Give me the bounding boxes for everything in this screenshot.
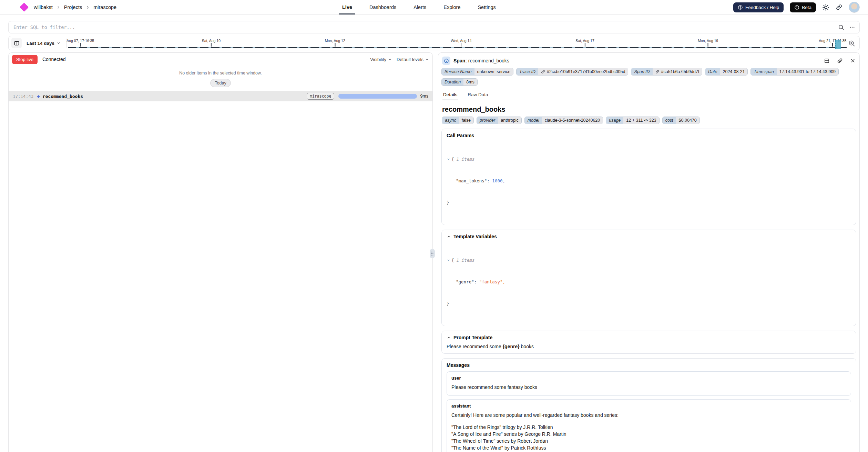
service-name-badge: Service Nameunknown_service xyxy=(441,68,513,76)
timeline-selection-brush[interactable] xyxy=(835,40,841,49)
link-icon xyxy=(655,70,660,74)
brand-logo-icon[interactable] xyxy=(20,3,29,12)
template-variables-json: {1 items "genre": "fantasy", } xyxy=(447,242,851,322)
messages-card: Messages user Please recommend some fant… xyxy=(441,358,856,452)
visibility-dropdown[interactable]: Visibility xyxy=(370,57,392,62)
panel-resize-handle[interactable] xyxy=(430,249,435,258)
zoom-in-icon[interactable] xyxy=(847,40,857,47)
share-link-icon[interactable] xyxy=(836,4,843,11)
call-params-card: Call Params {1 items "max_tokens": 1000,… xyxy=(441,129,856,225)
timeline-tick: Wed, Aug 14 xyxy=(451,39,471,47)
empty-window-message: No older items in the selected time wind… xyxy=(9,71,432,76)
user-message: user Please recommend some fantasy books xyxy=(447,371,851,396)
sql-filter-input[interactable] xyxy=(13,24,833,30)
assistant-message: assistant Certainly! Here are some popul… xyxy=(447,399,851,452)
span-list-item[interactable]: 17:14:43 ◆ recommend_books mirascope 9ms xyxy=(9,91,432,101)
info-circle-icon xyxy=(794,5,799,10)
breadcrumb-org[interactable]: willbakst xyxy=(34,4,53,10)
panel-layout-icon[interactable] xyxy=(824,58,830,64)
tab-dashboards[interactable]: Dashboards xyxy=(368,0,397,14)
function-title: recommend_books xyxy=(442,106,856,113)
detail-tabs: Details Raw Data xyxy=(441,90,856,100)
timeline-tick: Mon, Aug 12 xyxy=(325,39,345,47)
span-time: 17:14:43 xyxy=(13,94,33,99)
breadcrumb: willbakst Projects mirascope xyxy=(8,3,116,11)
chevron-up-icon[interactable] xyxy=(447,335,451,340)
tab-details[interactable]: Details xyxy=(442,90,458,100)
breadcrumb-projects[interactable]: Projects xyxy=(64,4,82,10)
template-variables-card: Template Variables {1 items "genre": "fa… xyxy=(441,230,856,326)
duration-bar xyxy=(338,94,417,99)
top-nav: willbakst Projects mirascope Live Dashbo… xyxy=(0,0,868,15)
assistant-intro: Certainly! Here are some popular and wel… xyxy=(451,412,846,419)
more-options-icon[interactable] xyxy=(849,24,855,30)
theme-toggle-icon[interactable] xyxy=(822,4,829,11)
timeline-dashed-line xyxy=(68,47,847,48)
chevron-down-icon xyxy=(425,58,429,61)
provider-badge: provideranthropic xyxy=(477,117,522,124)
book-line: "A Song of Ice and Fire" series by Georg… xyxy=(451,431,846,438)
timeline-tick: Mon, Aug 19 xyxy=(698,39,718,47)
trace-id-badge[interactable]: Trace ID #2ccbe10b91e371741b00eee2bdbc00… xyxy=(516,68,628,76)
feedback-help-button[interactable]: Feedback / Help xyxy=(733,2,784,12)
timeline-strip[interactable]: Aug 07, 17:16:35 Sat, Aug 10 Mon, Aug 12… xyxy=(68,36,847,50)
tab-alerts[interactable]: Alerts xyxy=(412,0,427,14)
call-params-json: {1 items "max_tokens": 1000, } xyxy=(447,141,851,221)
prompt-template-text: Please recommend some {genre} books xyxy=(447,344,851,349)
date-badge: Date2024-08-21 xyxy=(705,68,748,76)
today-badge[interactable]: Today xyxy=(210,79,231,87)
tab-explore[interactable]: Explore xyxy=(442,0,461,14)
nav-actions: Feedback / Help Beta xyxy=(733,2,860,13)
call-params-title: Call Params xyxy=(447,133,851,138)
span-id-badge[interactable]: Span ID #ca51b6a7f5b9dd7f xyxy=(631,68,702,76)
template-variable-token: {genre} xyxy=(503,344,520,349)
default-levels-dropdown[interactable]: Default levels xyxy=(397,57,429,62)
tab-live[interactable]: Live xyxy=(341,0,353,14)
panel-left-toggle-icon[interactable] xyxy=(11,38,22,48)
stop-live-button[interactable]: Stop live xyxy=(12,55,38,64)
scope-badge[interactable]: mirascope xyxy=(307,93,334,100)
filter-row xyxy=(8,21,860,33)
model-badge: modelclaude-3-5-sonnet-20240620 xyxy=(524,117,603,124)
user-avatar[interactable] xyxy=(849,2,860,13)
breadcrumb-project-name[interactable]: mirascope xyxy=(93,4,116,10)
search-icon[interactable] xyxy=(838,24,844,30)
span-diamond-icon: ◆ xyxy=(37,94,40,99)
live-list-panel: Stop live Connected Visibility Default l… xyxy=(8,52,433,452)
tab-raw-data[interactable]: Raw Data xyxy=(467,90,489,100)
tree-collapse-icon[interactable] xyxy=(447,157,450,161)
link-icon xyxy=(541,70,545,74)
beta-button[interactable]: Beta xyxy=(790,2,816,12)
chevron-down-icon xyxy=(57,41,61,45)
time-range-select[interactable]: Last 14 days xyxy=(22,41,66,46)
span-detail-panel: Span: recommend_books Service Nameunknow… xyxy=(438,52,860,452)
copy-link-icon[interactable] xyxy=(837,58,843,64)
role-label-assistant: assistant xyxy=(451,403,846,409)
timeline-tick: Sat, Aug 17 xyxy=(575,39,594,47)
duration-badge: Duration8ms xyxy=(441,78,478,86)
span-detail-header: Span: recommend_books xyxy=(441,56,856,65)
question-circle-icon xyxy=(738,5,743,10)
close-icon[interactable] xyxy=(850,58,856,63)
time-span-badge: Time span17:14:43.901 to 17:14:43.909 xyxy=(750,68,839,76)
book-line: "The Lord of the Rings" trilogy by J.R.R… xyxy=(451,424,846,431)
span-name: recommend_books xyxy=(43,94,83,99)
tab-settings[interactable]: Settings xyxy=(477,0,497,14)
book-line: "The Name of the Wind" by Patrick Rothfu… xyxy=(451,444,846,451)
chevron-right-icon xyxy=(85,5,90,10)
timeline-bar: Last 14 days Aug 07, 17:16:35 Sat, Aug 1… xyxy=(8,36,860,50)
live-list-header: Stop live Connected Visibility Default l… xyxy=(9,53,432,66)
duration-label: 9ms xyxy=(420,94,428,99)
assistant-book-list: "The Lord of the Rings" trilogy by J.R.R… xyxy=(451,424,846,452)
cost-badge: cost$0.00470 xyxy=(662,117,700,124)
template-variables-title: Template Variables xyxy=(447,234,851,239)
tree-collapse-icon[interactable] xyxy=(447,258,450,262)
span-title-name: recommend_books xyxy=(468,58,509,63)
role-label-user: user xyxy=(451,375,846,381)
main-nav-tabs: Live Dashboards Alerts Explore Settings xyxy=(341,0,497,14)
info-circle-icon xyxy=(442,57,450,65)
timeline-tick: Aug 21, 17:16:35 xyxy=(819,39,846,47)
sql-filter-box xyxy=(8,21,860,33)
chevron-up-icon[interactable] xyxy=(447,234,451,239)
chevron-right-icon xyxy=(56,5,61,10)
